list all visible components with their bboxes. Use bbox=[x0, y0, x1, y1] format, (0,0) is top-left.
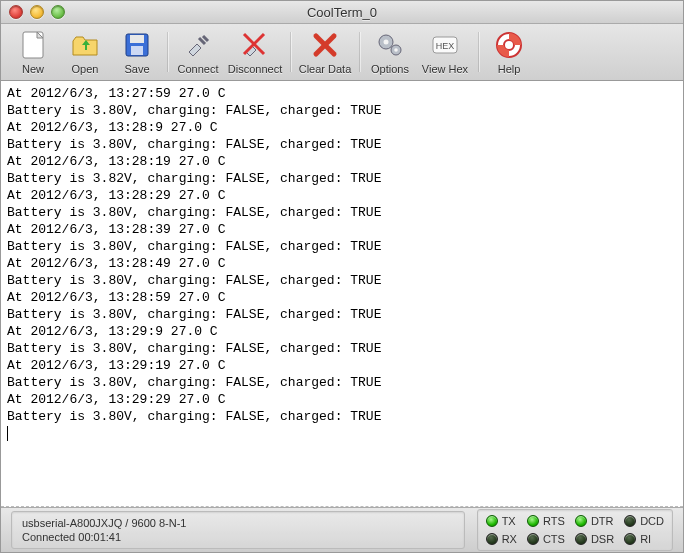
toolbar-separator bbox=[359, 32, 360, 72]
connection-timer: Connected 00:01:41 bbox=[22, 530, 454, 544]
clear-x-icon bbox=[309, 29, 341, 61]
led-dsr: DSR bbox=[575, 533, 614, 545]
led-rx-indicator-icon bbox=[486, 533, 498, 545]
svg-rect-4 bbox=[130, 35, 144, 43]
options-gears-icon bbox=[374, 29, 406, 61]
led-rts: RTS bbox=[527, 515, 565, 527]
led-dsr-indicator-icon bbox=[575, 533, 587, 545]
led-dcd-label: DCD bbox=[640, 515, 664, 527]
disconnect-button[interactable]: Disconnect bbox=[224, 29, 286, 75]
connect-plug-icon bbox=[182, 29, 214, 61]
led-dtr: DTR bbox=[575, 515, 614, 527]
clear-label: Clear Data bbox=[299, 63, 352, 75]
toolbar: New Open Save Connect Disconnect bbox=[1, 24, 683, 81]
serial-led-panel: TXRTSDTRDCDRXCTSDSRRI bbox=[477, 509, 673, 551]
view-hex-button[interactable]: HEX View Hex bbox=[416, 29, 474, 75]
led-dsr-label: DSR bbox=[591, 533, 614, 545]
viewhex-label: View Hex bbox=[422, 63, 468, 75]
led-tx-label: TX bbox=[502, 515, 516, 527]
disconnect-label: Disconnect bbox=[228, 63, 282, 75]
disconnect-plug-icon bbox=[239, 29, 271, 61]
save-floppy-icon bbox=[121, 29, 153, 61]
terminal-output[interactable]: At 2012/6/3, 13:27:59 27.0 C Battery is … bbox=[1, 81, 683, 507]
led-ri: RI bbox=[624, 533, 664, 545]
help-lifebuoy-icon bbox=[493, 29, 525, 61]
led-dtr-indicator-icon bbox=[575, 515, 587, 527]
led-tx-indicator-icon bbox=[486, 515, 498, 527]
clear-data-button[interactable]: Clear Data bbox=[295, 29, 355, 75]
save-label: Save bbox=[124, 63, 149, 75]
svg-text:HEX: HEX bbox=[436, 41, 455, 51]
close-window-button[interactable] bbox=[9, 5, 23, 19]
led-cts-label: CTS bbox=[543, 533, 565, 545]
options-label: Options bbox=[371, 63, 409, 75]
led-rx-label: RX bbox=[502, 533, 517, 545]
help-label: Help bbox=[498, 63, 521, 75]
window-title: CoolTerm_0 bbox=[1, 5, 683, 20]
hex-icon: HEX bbox=[429, 29, 461, 61]
svg-rect-2 bbox=[85, 44, 87, 50]
open-button[interactable]: Open bbox=[59, 29, 111, 75]
svg-point-19 bbox=[504, 40, 514, 50]
led-rts-label: RTS bbox=[543, 515, 565, 527]
led-rts-indicator-icon bbox=[527, 515, 539, 527]
connection-status-box: usbserial-A800JXJQ / 9600 8-N-1 Connecte… bbox=[11, 511, 465, 549]
new-label: New bbox=[22, 63, 44, 75]
new-button[interactable]: New bbox=[7, 29, 59, 75]
new-file-icon bbox=[17, 29, 49, 61]
led-rx: RX bbox=[486, 533, 517, 545]
led-dcd: DCD bbox=[624, 515, 664, 527]
led-tx: TX bbox=[486, 515, 517, 527]
minimize-window-button[interactable] bbox=[30, 5, 44, 19]
svg-rect-5 bbox=[131, 46, 143, 55]
led-ri-indicator-icon bbox=[624, 533, 636, 545]
open-folder-icon bbox=[69, 29, 101, 61]
led-dcd-indicator-icon bbox=[624, 515, 636, 527]
options-button[interactable]: Options bbox=[364, 29, 416, 75]
led-dtr-label: DTR bbox=[591, 515, 614, 527]
connect-label: Connect bbox=[178, 63, 219, 75]
toolbar-separator bbox=[167, 32, 168, 72]
led-cts: CTS bbox=[527, 533, 565, 545]
zoom-window-button[interactable] bbox=[51, 5, 65, 19]
open-label: Open bbox=[72, 63, 99, 75]
led-cts-indicator-icon bbox=[527, 533, 539, 545]
connect-button[interactable]: Connect bbox=[172, 29, 224, 75]
save-button[interactable]: Save bbox=[111, 29, 163, 75]
titlebar[interactable]: CoolTerm_0 bbox=[1, 1, 683, 24]
traffic-lights bbox=[9, 5, 65, 19]
help-button[interactable]: Help bbox=[483, 29, 535, 75]
led-ri-label: RI bbox=[640, 533, 651, 545]
svg-point-13 bbox=[384, 40, 389, 45]
status-bar: usbserial-A800JXJQ / 9600 8-N-1 Connecte… bbox=[1, 507, 683, 552]
text-cursor bbox=[7, 426, 16, 441]
toolbar-separator bbox=[290, 32, 291, 72]
svg-line-7 bbox=[203, 36, 208, 41]
svg-point-15 bbox=[394, 48, 398, 52]
app-window: CoolTerm_0 New Open Save Connect bbox=[0, 0, 684, 553]
toolbar-separator bbox=[478, 32, 479, 72]
port-info: usbserial-A800JXJQ / 9600 8-N-1 bbox=[22, 516, 454, 530]
